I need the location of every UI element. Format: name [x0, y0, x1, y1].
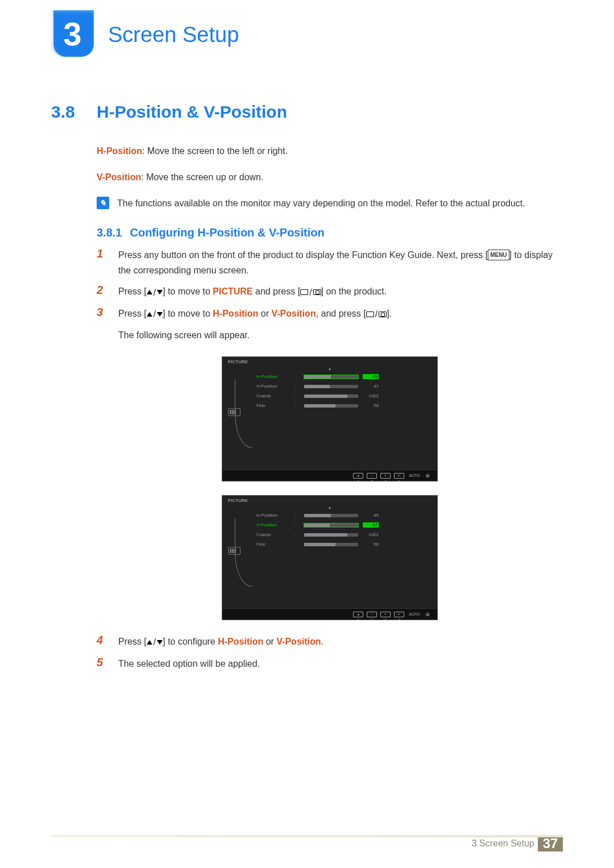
up-icon	[147, 640, 152, 645]
osd-row: V-Position:47	[222, 381, 437, 391]
section-number: 3.8	[51, 102, 97, 122]
osd-row-value: 58	[363, 403, 379, 408]
note-text: The functions available on the monitor m…	[117, 197, 525, 210]
osd-row: Coarse:1022	[222, 530, 437, 539]
chapter-number: 3	[63, 15, 81, 53]
osd-scroll-up-icon: ▲	[222, 367, 437, 371]
osd-auto-label: AUTO	[408, 612, 421, 617]
osd-row: H-Position:49	[222, 372, 437, 381]
osd-side-monitor-icon	[228, 547, 240, 555]
h-position-text: : Move the screen to the left or right.	[142, 146, 288, 156]
osd-row-label: Coarse	[256, 532, 291, 537]
osd-row-value: 47	[363, 384, 379, 389]
source-icon	[366, 312, 374, 317]
osd-power-icon: ⏻	[425, 612, 430, 617]
step-4-number: 4	[97, 634, 110, 650]
osd-row: V-Position:47	[222, 520, 437, 530]
osd-slider	[304, 543, 358, 546]
step-4-body: Press [ / ] to configure H-Position or V…	[118, 634, 323, 650]
osd-row-label: V-Position	[256, 522, 291, 528]
osd-tab: PICTURE	[222, 496, 437, 505]
osd-row-value: 1022	[363, 532, 379, 537]
osd-minus-icon: −▾	[367, 612, 377, 617]
osd-row-label: V-Position	[256, 384, 291, 389]
enter-icon	[379, 312, 387, 317]
down-icon	[157, 290, 163, 294]
step-3-body: Press [ / ] to move to H-Position or V-P…	[118, 306, 392, 343]
down-icon	[157, 312, 163, 317]
chapter-badge: 3	[51, 10, 94, 57]
osd-back-icon: ◂▾	[353, 473, 363, 479]
osd-back-icon: ◂▾	[353, 612, 363, 617]
enter-icon	[313, 289, 321, 295]
subsection-title: Configuring H-Position & V-Position	[130, 226, 324, 239]
chapter-title: Screen Setup	[108, 23, 239, 47]
osd-row-label: H-Position	[256, 374, 291, 379]
step-2-body: Press [ / ] to move to PICTURE and press…	[118, 284, 387, 300]
osd-row-value: 47	[363, 522, 379, 528]
osd-plus-icon: +▾	[380, 473, 391, 479]
picture-label: PICTURE	[213, 286, 252, 296]
osd-side-monitor-icon	[228, 408, 240, 416]
osd-slider	[304, 394, 358, 398]
step-5-number: 5	[97, 656, 110, 671]
step-1-number: 1	[97, 247, 110, 278]
osd-row: H-Position:49	[222, 510, 437, 520]
osd-slider	[304, 514, 358, 517]
intro-v-position: V-Position: Move the screen up or down.	[97, 171, 563, 184]
note-icon: ✎	[97, 197, 109, 209]
osd-row-label: Fine	[256, 403, 291, 408]
source-icon	[300, 289, 308, 295]
osd-enter-icon: ↵▾	[394, 473, 404, 479]
osd-row-value: 1022	[363, 393, 379, 398]
footer-divider	[51, 835, 563, 837]
osd-row: Fine:58	[222, 539, 437, 549]
footer-chapter: 3 Screen Setup	[472, 838, 534, 849]
osd-auto-label: AUTO	[408, 473, 421, 479]
step-2-number: 2	[97, 284, 110, 300]
osd-menu-v-position: PICTURE ▲ H-Position:49V-Position:47Coar…	[222, 495, 438, 620]
osd-row-value: 58	[363, 542, 379, 547]
osd-scroll-up-icon: ▲	[222, 505, 437, 509]
osd-row: Fine:58	[222, 401, 437, 410]
down-icon	[157, 640, 163, 645]
osd-row-label: Coarse	[256, 393, 291, 398]
step-5-body: The selected option will be applied.	[118, 656, 260, 671]
osd-slider	[304, 385, 358, 388]
osd-slider	[304, 533, 358, 537]
osd-power-icon: ⏻	[425, 473, 430, 479]
footer-page-number: 37	[538, 836, 563, 852]
up-icon	[147, 290, 152, 294]
osd-tab: PICTURE	[222, 357, 437, 367]
menu-button-icon: MENU	[488, 250, 509, 260]
osd-slider	[304, 375, 358, 379]
osd-row-label: Fine	[256, 542, 291, 547]
up-icon	[147, 312, 152, 317]
intro-h-position: H-Position: Move the screen to the left …	[97, 144, 563, 158]
section-title: H-Position & V-Position	[97, 102, 287, 122]
osd-row-label: H-Position	[256, 513, 291, 518]
step-3-number: 3	[97, 306, 110, 343]
step-1-body: Press any button on the front of the pro…	[118, 247, 563, 278]
osd-row-value: 49	[363, 374, 379, 379]
osd-minus-icon: −▾	[367, 473, 377, 479]
osd-slider	[304, 524, 358, 527]
subsection-number: 3.8.1	[97, 226, 122, 239]
v-position-label: V-Position	[97, 172, 141, 182]
osd-menu-h-position: PICTURE ▲ H-Position:49V-Position:47Coar…	[222, 356, 438, 481]
osd-enter-icon: ↵▾	[394, 612, 404, 617]
osd-plus-icon: +▾	[380, 612, 391, 617]
v-position-text: : Move the screen up or down.	[141, 172, 263, 182]
osd-slider	[304, 404, 358, 408]
h-position-label: H-Position	[97, 146, 142, 156]
osd-row-value: 49	[363, 513, 379, 518]
osd-row: Coarse:1022	[222, 391, 437, 401]
